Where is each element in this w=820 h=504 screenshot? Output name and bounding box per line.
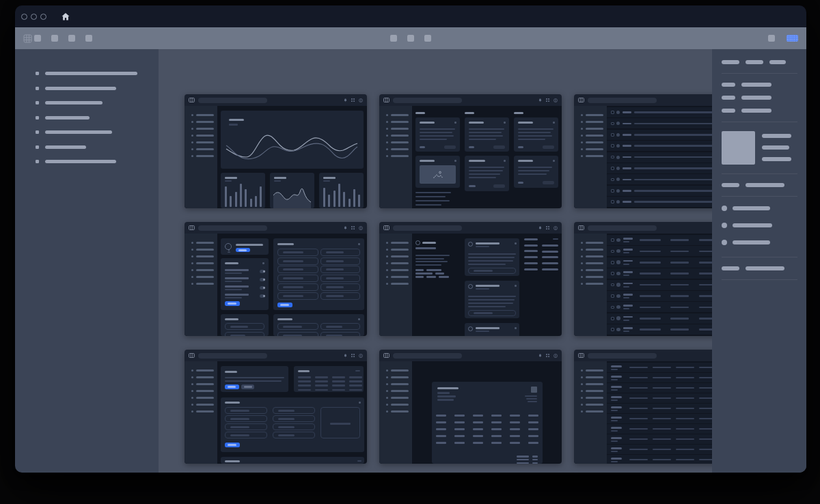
thumb-sidebar-item [191,404,217,406]
thumb-sidebar-bullet [386,262,388,264]
skeleton-bar [762,145,789,150]
skeleton-bar [476,331,489,332]
skeleton-bar [611,440,618,442]
thumb-content [217,234,367,336]
thumb-sidebar-bullet [386,410,388,412]
text-line-skeleton [415,196,446,197]
skeleton-bar [415,264,441,266]
thumb-sidebar-bullet [581,128,583,130]
thumb-sidebar-bullet [581,276,583,278]
skeleton-bar [586,155,603,157]
panel-tab-skeleton[interactable] [769,60,786,64]
skeleton-bar [532,456,538,458]
toolbar-square-button[interactable] [51,35,58,42]
dashboard-thumbnail-form[interactable] [184,350,367,464]
sidebar-item[interactable] [36,145,159,149]
thumb-sidebar-bullet [386,141,388,143]
skeleton-bar [196,383,214,385]
thumb-sidebar-bullet [191,255,193,257]
thumb-sidebar-item [581,262,607,264]
skeleton-bar [524,238,538,240]
sidebar-item[interactable] [36,160,159,163]
toolbar-square-button[interactable] [68,35,75,42]
window-content [15,49,806,473]
sidebar-item[interactable] [36,101,159,104]
sidebar-item[interactable] [36,116,159,120]
skeleton-bar [611,369,618,370]
toolbar-square-button[interactable] [768,35,775,42]
skeleton-bar [469,132,502,133]
skeleton-bar [196,397,214,399]
checkbox-skeleton [611,317,614,320]
thumb-sidebar-bullet [581,390,583,392]
panel-tab-skeleton[interactable] [722,60,739,64]
skeleton-bar [225,380,282,382]
panel-tab-skeleton[interactable] [746,60,763,64]
skeleton-bar [491,428,502,430]
dot-icon [454,160,456,162]
mini-bar [338,184,340,207]
dashboard-thumbnail-invoice[interactable] [379,350,562,464]
skeleton-bar [225,460,240,462]
input-skeleton [277,266,318,273]
bell-icon [538,226,542,230]
thumb-sidebar-item [191,397,217,399]
skeleton-bar [225,272,242,274]
skeleton-bar [436,421,446,423]
toolbar-square-button[interactable] [407,35,414,42]
table-grid-icon[interactable] [23,34,32,43]
dot-icon [358,243,360,245]
bullet-dot [722,223,727,228]
dashboard-thumbnail-analytics[interactable] [184,94,367,208]
toolbar-square-button[interactable] [85,35,92,42]
left-sidebar [15,49,159,473]
checkbox-skeleton [611,178,614,182]
sidebar-item-label-skeleton [45,72,137,75]
skeleton-bar [278,434,295,436]
skeleton-bar [623,316,633,318]
skeleton-bar [225,371,237,373]
skeleton-bar [225,297,242,298]
skeleton-bar [640,239,661,241]
skeleton-bar [415,255,450,256]
skeleton-bar [420,122,435,124]
traffic-light-button[interactable] [21,14,27,20]
dashboard-thumbnail-board[interactable] [379,94,562,208]
primary-action-button[interactable] [787,35,798,42]
sidebar-item[interactable] [36,72,159,75]
window-columns-icon [189,353,195,358]
thumb-sidebar-bullet [386,276,388,278]
primary-button-skeleton [236,248,250,252]
traffic-light-button[interactable] [40,14,46,20]
thumb-sidebar-bullet [386,376,388,378]
input-skeleton [225,432,267,438]
skeleton-bar [476,288,489,290]
skeleton-bar [196,269,214,271]
thumb-sidebar [379,361,412,464]
skeleton-bar [676,418,694,420]
skeleton-bar [476,246,489,247]
skeleton-bar [629,387,648,389]
skeleton-bar [196,141,214,143]
skeleton-bar [528,442,538,444]
skeleton-bar [332,389,345,391]
avatar-icon [554,226,558,230]
thumb-sidebar-item [581,269,607,271]
skeleton-bar [491,435,502,437]
dashboard-thumbnail-feed[interactable] [379,222,562,336]
skeleton-bar [225,180,232,182]
sidebar-item[interactable] [36,87,159,90]
dashboard-thumbnail-settings[interactable] [184,222,367,336]
thumb-body [184,106,367,208]
skeleton-bar [196,390,214,392]
thumb-sidebar-item [191,121,217,123]
thumb-sidebar-bullet [386,155,388,157]
sidebar-item[interactable] [36,130,159,134]
toolbar-square-button[interactable] [424,35,431,42]
home-icon[interactable] [62,13,70,20]
toolbar-square-button[interactable] [34,35,41,42]
line-chart [225,128,359,165]
thumb-sidebar-bullet [191,404,193,406]
toolbar-square-button[interactable] [390,35,397,42]
traffic-light-button[interactable] [31,14,37,20]
